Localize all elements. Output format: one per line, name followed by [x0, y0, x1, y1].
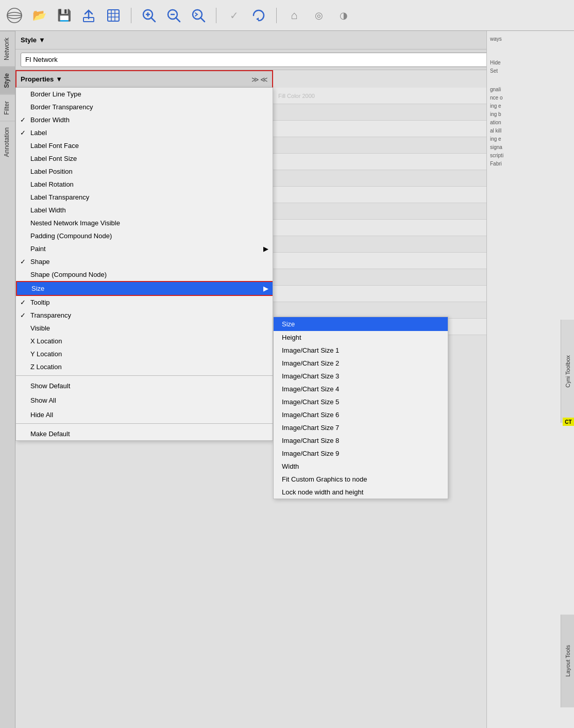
- menu-item-tooltip[interactable]: ✓ Tooltip: [16, 296, 273, 309]
- menu-item-label: Y Location: [30, 350, 62, 358]
- menu-item-size[interactable]: Size ▶: [16, 281, 273, 296]
- svg-rect-4: [108, 10, 119, 21]
- submenu-item-chart1[interactable]: Image/Chart Size 1: [274, 344, 448, 357]
- sidebar-item-annotation[interactable]: Annotation: [0, 121, 15, 163]
- check-icon[interactable]: ✓: [225, 6, 243, 25]
- menu-item-make-default[interactable]: Make Default: [16, 426, 273, 440]
- menu-item-shape[interactable]: ✓ Shape: [16, 255, 273, 268]
- submenu-item-chart2[interactable]: Image/Chart Size 2: [274, 357, 448, 370]
- cyni-toolbox-tab[interactable]: Cyni Toolbox: [561, 320, 574, 423]
- menu-item-label-transparency[interactable]: Label Transparency: [16, 191, 273, 204]
- submenu-item-chart7[interactable]: Image/Chart Size 7: [274, 421, 448, 434]
- save-icon[interactable]: 💾: [55, 6, 73, 25]
- checkmark-shape: ✓: [20, 258, 26, 266]
- network-select[interactable]: FI Network ▼: [21, 53, 548, 67]
- right-text-line-ing1: ing e: [490, 102, 571, 110]
- submenu-item-chart9[interactable]: Image/Chart Size 9: [274, 447, 448, 460]
- right-text-line-gnali: gnali: [490, 86, 571, 94]
- style-label: Style: [21, 36, 37, 44]
- submenu-header: Size: [274, 317, 448, 331]
- submenu-item-chart8[interactable]: Image/Chart Size 8: [274, 434, 448, 447]
- menu-item-label: Nested Network Image Visible: [30, 219, 120, 227]
- layout-tools-tab[interactable]: Layout Tools: [561, 615, 574, 707]
- menu-item-label-rotation[interactable]: Label Rotation: [16, 178, 273, 191]
- style-tab-label: Style: [3, 73, 10, 88]
- collapse-icon[interactable]: ≫: [251, 75, 259, 84]
- properties-title[interactable]: Properties ▼: [21, 75, 62, 83]
- menu-item-border-transparency[interactable]: Border Transparency: [16, 101, 273, 113]
- submenu-item-chart5[interactable]: Image/Chart Size 5: [274, 395, 448, 408]
- menu-item-label: Label Position: [30, 168, 73, 175]
- sidebar-item-filter[interactable]: Filter: [0, 94, 15, 121]
- visibility-icon[interactable]: ◎: [310, 6, 328, 25]
- share-icon[interactable]: [79, 6, 98, 25]
- menu-item-label: Padding (Compound Node): [30, 232, 112, 240]
- right-side-content: Cyni Toolbox CT ways Hide Set gnali nce …: [486, 31, 574, 728]
- menu-item-padding[interactable]: Padding (Compound Node): [16, 229, 273, 242]
- properties-dropdown-arrow[interactable]: ▼: [56, 75, 62, 83]
- right-text-content: ways Hide Set gnali nce o ing e ing b at…: [487, 31, 574, 172]
- menu-item-hide-all[interactable]: Hide All: [16, 407, 273, 421]
- more-icon[interactable]: ◑: [334, 6, 353, 25]
- paint-submenu-arrow: ▶: [263, 245, 268, 253]
- menu-item-nested-network[interactable]: Nested Network Image Visible: [16, 217, 273, 229]
- menu-item-label: Border Line Type: [30, 90, 81, 98]
- submenu-item-height[interactable]: Height: [274, 331, 448, 344]
- right-text-line: ways: [490, 35, 571, 43]
- menu-item-label-font-size[interactable]: Label Font Size: [16, 152, 273, 165]
- properties-label: Properties: [21, 75, 54, 83]
- style-dropdown-arrow[interactable]: ▼: [39, 36, 45, 44]
- logo-icon: [5, 6, 24, 25]
- menu-item-x-location[interactable]: X Location: [16, 335, 273, 348]
- menu-item-label: Paint: [30, 245, 46, 253]
- network-tab-label: Network: [3, 38, 10, 60]
- menu-item-label-width[interactable]: Label Width: [16, 204, 273, 217]
- checkmark-tooltip: ✓: [20, 299, 26, 306]
- submenu-item-lock-node[interactable]: Lock node width and height: [274, 486, 448, 499]
- zoom-in-icon[interactable]: [140, 6, 158, 25]
- menu-item-label: Shape (Compound Node): [30, 271, 107, 278]
- menu-item-label-font-face[interactable]: Label Font Face: [16, 139, 273, 152]
- annotation-tab-label: Annotation: [3, 127, 10, 157]
- sidebar-item-style[interactable]: Style: [0, 67, 15, 94]
- submenu-item-chart4[interactable]: Image/Chart Size 4: [274, 383, 448, 395]
- filter-tab-label: Filter: [3, 101, 10, 115]
- open-folder-icon[interactable]: 📂: [30, 6, 48, 25]
- menu-item-label[interactable]: ✓ Label: [16, 126, 273, 139]
- svg-line-15: [176, 18, 180, 22]
- menu-item-label: Size: [31, 285, 44, 292]
- submenu-item-chart3[interactable]: Image/Chart Size 3: [274, 370, 448, 383]
- submenu-item-width[interactable]: Width: [274, 460, 448, 473]
- menu-item-label: X Location: [30, 337, 62, 345]
- sidebar-item-network[interactable]: Network: [0, 31, 15, 67]
- expand-icon[interactable]: ≪: [260, 75, 268, 84]
- submenu-item-chart6[interactable]: Image/Chart Size 6: [274, 408, 448, 421]
- refresh-icon[interactable]: [249, 6, 268, 25]
- right-text-line-hide: Hide: [490, 59, 571, 67]
- home-icon[interactable]: ⌂: [285, 6, 303, 25]
- menu-item-show-all[interactable]: Show All: [16, 392, 273, 407]
- menu-item-visible[interactable]: Visible: [16, 322, 273, 335]
- table-icon[interactable]: [104, 6, 123, 25]
- submenu-item-fit-custom[interactable]: Fit Custom Graphics to node: [274, 473, 448, 486]
- menu-item-label: Visible: [30, 324, 50, 332]
- menu-item-border-width[interactable]: ✓ Border Width: [16, 113, 273, 126]
- menu-item-z-location[interactable]: Z Location: [16, 360, 273, 373]
- menu-item-paint[interactable]: Paint ▶: [16, 242, 273, 255]
- checkmark-border-width: ✓: [20, 116, 26, 124]
- svg-line-17: [200, 18, 205, 22]
- make-default-label: Make Default: [30, 430, 70, 438]
- zoom-out-icon[interactable]: [164, 6, 183, 25]
- checkmark-transparency: ✓: [20, 311, 26, 319]
- menu-item-border-line-type[interactable]: Border Line Type: [16, 88, 273, 101]
- menu-item-label: Label Rotation: [30, 180, 74, 188]
- style-panel-title[interactable]: Style ▼: [21, 36, 45, 44]
- properties-header: Properties ▼ ≫ ≪: [15, 70, 273, 88]
- menu-item-y-location[interactable]: Y Location: [16, 348, 273, 360]
- zoom-fit-icon[interactable]: [189, 6, 208, 25]
- menu-item-show-default[interactable]: Show Default: [16, 378, 273, 392]
- menu-item-shape-compound[interactable]: Shape (Compound Node): [16, 268, 273, 281]
- menu-item-transparency[interactable]: ✓ Transparency: [16, 309, 273, 322]
- left-tabs: Network Style Filter Annotation: [0, 31, 15, 728]
- menu-item-label-position[interactable]: Label Position: [16, 165, 273, 178]
